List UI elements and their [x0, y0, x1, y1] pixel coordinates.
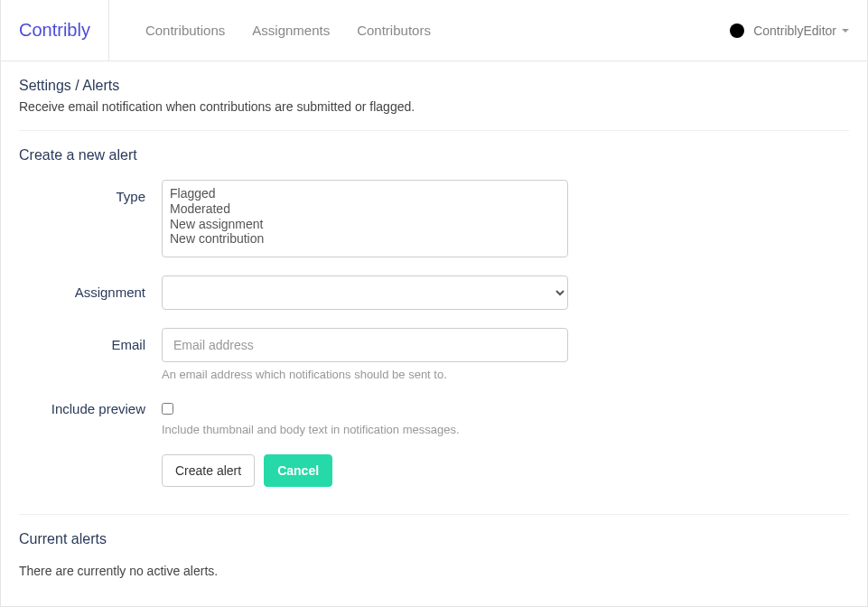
page-description: Receive email notification when contribu…: [19, 99, 849, 114]
divider: [19, 130, 849, 131]
create-alert-button[interactable]: Create alert: [162, 454, 255, 487]
chevron-down-icon: [842, 29, 849, 33]
nav-contributions[interactable]: Contributions: [136, 14, 234, 47]
preview-checkbox[interactable]: [162, 403, 173, 415]
type-label: Type: [19, 180, 162, 257]
avatar: [730, 23, 744, 38]
user-menu[interactable]: ContriblyEditor: [730, 23, 867, 38]
preview-help: Include thumbnail and body text in notif…: [162, 423, 568, 436]
nav-assignments[interactable]: Assignments: [243, 14, 339, 47]
type-option[interactable]: New assignment: [170, 217, 560, 232]
create-alert-title: Create a new alert: [19, 147, 849, 163]
type-select[interactable]: Flagged Moderated New assignment New con…: [162, 180, 568, 257]
email-field[interactable]: [162, 328, 568, 362]
email-help: An email address which notifications sho…: [162, 368, 568, 381]
no-alerts-message: There are currently no active alerts.: [19, 564, 849, 578]
navbar: Contribly Contributions Assignments Cont…: [1, 0, 867, 61]
breadcrumb: Settings / Alerts: [19, 78, 849, 94]
nav-contributors[interactable]: Contributors: [348, 14, 440, 47]
nav-links: Contributions Assignments Contributors: [109, 14, 730, 47]
cancel-button[interactable]: Cancel: [264, 454, 332, 487]
type-option[interactable]: New contribution: [170, 231, 560, 247]
type-option[interactable]: Moderated: [170, 201, 560, 217]
user-name: ContriblyEditor: [753, 23, 836, 38]
brand-logo[interactable]: Contribly: [1, 0, 109, 61]
divider: [19, 514, 849, 515]
current-alerts-title: Current alerts: [19, 531, 849, 547]
assignment-select[interactable]: [162, 275, 568, 310]
type-option[interactable]: Flagged: [170, 186, 560, 201]
assignment-label: Assignment: [19, 275, 162, 310]
email-label: Email: [19, 328, 162, 381]
preview-label: Include preview: [19, 399, 162, 436]
